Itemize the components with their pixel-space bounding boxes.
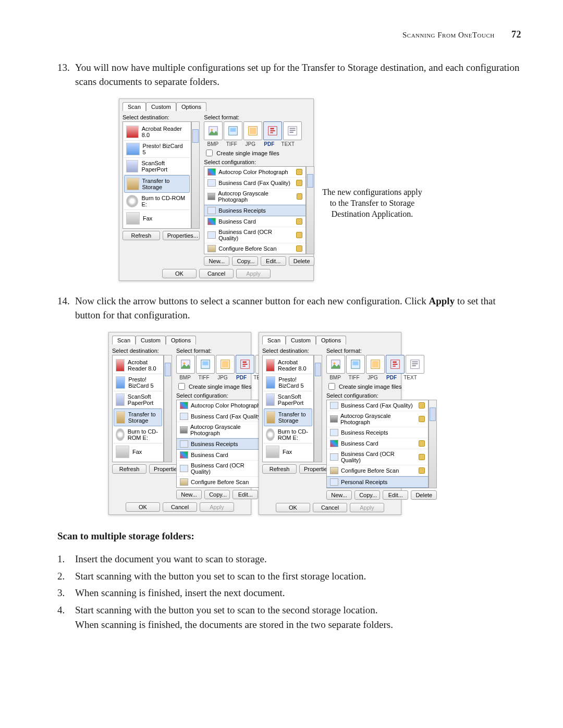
config-business-card-fax-quality-[interactable]: Business Card (Fax Quality) xyxy=(327,400,428,411)
svg-rect-19 xyxy=(353,362,359,365)
format-bmp[interactable] xyxy=(176,355,195,374)
edit-button[interactable]: Edit... xyxy=(383,490,408,500)
config-business-card[interactable]: Business Card xyxy=(204,216,305,227)
ok-button[interactable]: OK xyxy=(276,503,310,512)
tab-custom[interactable]: Custom xyxy=(286,336,316,344)
config-scrollbar[interactable] xyxy=(306,166,314,254)
config-icon xyxy=(207,207,216,214)
dest-label: Select destination: xyxy=(123,114,200,120)
step-num: 4. xyxy=(57,603,75,633)
refreshbutton[interactable]: Refresh xyxy=(262,464,297,474)
format-jpg[interactable] xyxy=(243,121,262,140)
dest-scrollbar[interactable] xyxy=(191,121,200,229)
new-button[interactable]: New... xyxy=(204,256,229,266)
dest-presto-bizcard-5[interactable]: Presto! BizCard 5 xyxy=(264,374,312,391)
dest-scansoft-paperport[interactable]: ScanSoft PaperPort xyxy=(124,158,190,175)
step-text: Start scanning with the button you set t… xyxy=(75,569,521,584)
format-bmp[interactable] xyxy=(326,355,345,374)
config-business-receipts[interactable]: Business Receipts xyxy=(204,205,305,216)
config-business-card-ocr-quality-[interactable]: Business Card (OCR Quality) xyxy=(327,449,428,465)
dest-acrobat-reader-8-0[interactable]: Acrobat Reader 8.0 xyxy=(124,124,190,141)
dest-fax[interactable]: Fax xyxy=(114,443,162,460)
single-image-checkbox[interactable] xyxy=(206,150,213,156)
format-tiff[interactable] xyxy=(196,355,215,374)
dest-burn-to-cd-rom-e-[interactable]: Burn to CD-ROM E: xyxy=(264,426,312,443)
dest-fax[interactable]: Fax xyxy=(124,210,190,227)
callout-text: The new configurations apply to the Tran… xyxy=(320,187,424,219)
refreshbutton[interactable]: Refresh xyxy=(123,231,160,240)
single-image-label: Create single image files xyxy=(189,384,251,390)
format-pdf[interactable] xyxy=(263,121,282,140)
config-icon xyxy=(330,440,338,447)
scan-dialog-a: ScanCustomOptionsSelect destination:Acro… xyxy=(108,332,251,515)
format-jpg[interactable] xyxy=(366,355,385,374)
dest-scrollbar[interactable] xyxy=(164,355,172,462)
tab-scan[interactable]: Scan xyxy=(112,336,136,344)
page-header: Scanning From OneTouch 72 xyxy=(42,29,521,40)
format-bmp[interactable] xyxy=(204,121,223,140)
dest-transfer-to-storage[interactable]: Transfer to Storage xyxy=(124,175,190,193)
copy-button[interactable]: Copy... xyxy=(354,490,380,500)
dest-scrollbar[interactable] xyxy=(314,355,322,462)
format-text[interactable] xyxy=(283,121,302,140)
dest-scansoft-paperport[interactable]: ScanSoft PaperPort xyxy=(264,391,312,409)
config-icon xyxy=(180,465,188,472)
dest-fax[interactable]: Fax xyxy=(264,443,312,460)
config-icon xyxy=(207,245,216,252)
tab-options[interactable]: Options xyxy=(166,336,196,344)
dest-presto-bizcard-5[interactable]: Presto! BizCard 5 xyxy=(114,374,162,391)
single-image-checkbox[interactable] xyxy=(178,383,185,390)
tab-scan[interactable]: Scan xyxy=(123,102,146,111)
dest-transfer-to-storage[interactable]: Transfer to Storage xyxy=(264,409,312,426)
single-image-checkbox[interactable] xyxy=(328,383,335,390)
dest-acrobat-reader-8-0[interactable]: Acrobat Reader 8.0 xyxy=(114,357,162,374)
refreshbutton[interactable]: Refresh xyxy=(112,464,146,474)
config-business-receipts[interactable]: Business Receipts xyxy=(327,427,428,438)
ok-button[interactable]: OK xyxy=(126,502,160,512)
ok-button[interactable]: OK xyxy=(162,269,197,278)
properties-button[interactable]: Properties... xyxy=(163,231,200,240)
format-text[interactable] xyxy=(406,355,424,374)
edit-button[interactable]: Edit... xyxy=(232,490,258,499)
tab-custom[interactable]: Custom xyxy=(146,102,176,111)
config-personal-receipts[interactable]: Personal Receipts xyxy=(327,476,428,488)
dest-transfer-to-storage[interactable]: Transfer to Storage xyxy=(114,409,162,426)
edit-button[interactable]: Edit... xyxy=(261,256,286,266)
format-tiff[interactable] xyxy=(346,355,365,374)
cancel-button[interactable]: Cancel xyxy=(313,503,347,512)
deletebutton[interactable]: Delete xyxy=(289,256,314,266)
config-scrollbar[interactable] xyxy=(429,400,437,488)
format-tiff[interactable] xyxy=(224,121,242,140)
tab-options[interactable]: Options xyxy=(316,336,346,344)
cancel-button[interactable]: Cancel xyxy=(163,502,197,512)
dest-burn-to-cd-rom-e-[interactable]: Burn to CD-ROM E: xyxy=(124,193,190,210)
format-pdf[interactable] xyxy=(236,355,254,374)
config-autocrop-color-photograph[interactable]: Autocrop Color Photograph xyxy=(204,167,305,178)
format-label: Select format: xyxy=(204,114,314,120)
dest-burn-to-cd-rom-e-[interactable]: Burn to CD-ROM E: xyxy=(114,426,162,443)
config-business-card-fax-quality-[interactable]: Business Card (Fax Quality) xyxy=(204,178,305,189)
new-button[interactable]: New... xyxy=(176,490,202,499)
config-business-card-ocr-quality-[interactable]: Business Card (OCR Quality) xyxy=(204,227,305,243)
deletebutton[interactable]: Delete xyxy=(411,490,436,500)
header-title: Scanning From OneTouch xyxy=(402,31,495,39)
dest-presto-bizcard-5[interactable]: Presto! BizCard 5 xyxy=(124,141,190,158)
config-autocrop-grayscale-photograph[interactable]: Autocrop Grayscale Photograph xyxy=(327,411,428,427)
tab-custom[interactable]: Custom xyxy=(136,336,166,344)
copy-button[interactable]: Copy... xyxy=(232,256,258,266)
dest-scansoft-paperport[interactable]: ScanSoft PaperPort xyxy=(114,391,162,409)
config-autocrop-grayscale-photograph[interactable]: Autocrop Grayscale Photograph xyxy=(204,189,305,205)
cancel-button[interactable]: Cancel xyxy=(199,269,234,278)
tab-options[interactable]: Options xyxy=(176,102,206,111)
copy-button[interactable]: Copy... xyxy=(204,490,230,499)
dest-acrobat-reader-8-0[interactable]: Acrobat Reader 8.0 xyxy=(264,357,312,374)
lock-icon xyxy=(419,467,425,474)
config-configure-before-scan[interactable]: Configure Before Scan xyxy=(204,243,305,254)
format-pdf[interactable] xyxy=(386,355,405,374)
new-button[interactable]: New... xyxy=(326,490,352,500)
format-jpg[interactable] xyxy=(216,355,235,374)
config-business-card[interactable]: Business Card xyxy=(327,438,428,449)
tab-scan[interactable]: Scan xyxy=(262,336,286,344)
config-configure-before-scan[interactable]: Configure Before Scan xyxy=(327,465,428,476)
fax-icon xyxy=(116,446,129,458)
